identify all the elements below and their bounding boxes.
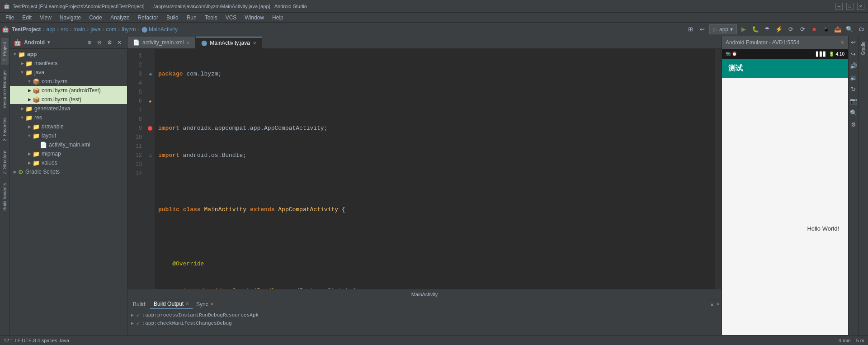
code-editor[interactable]: 1 2 3 4 5 6 7 8 9 10 11 12 13 14 ◀ [127, 49, 722, 289]
menu-code[interactable]: Code [85, 13, 106, 23]
bottom-close-button[interactable]: ✕ [716, 302, 720, 307]
gutter-1 [146, 52, 155, 61]
tab-project[interactable]: 1: Project [1, 38, 9, 65]
tree-item-activity-main[interactable]: ▶ 📄 activity_main.xml [10, 140, 127, 149]
run-button[interactable]: ▶ [739, 24, 749, 34]
layout-toggle-button[interactable]: ⊞ [686, 24, 696, 34]
toolbar-right: ⊞ ↩ ▷ app ▾ ▶ 🐛 ☂ ⚡ ⟳ ⟳ ■ 📱 📤 🔍 🗂 [686, 24, 866, 34]
right-tool-rotate[interactable]: ↻ [849, 85, 858, 93]
menu-file[interactable]: File [2, 13, 18, 23]
breakpoint-9[interactable] [148, 126, 152, 131]
status-bar: 12:1 LF UTF-8 4 spaces Java 4 min 5 m [0, 335, 868, 345]
scrollbar-area[interactable] [715, 49, 722, 289]
search-button[interactable]: 🔍 [844, 24, 854, 34]
tree-item-layout[interactable]: ▼ 📁 layout [10, 131, 127, 140]
panel-expand-button[interactable]: ⊕ [85, 38, 94, 47]
right-tool-2[interactable]: ↪ [849, 50, 858, 58]
stop-button[interactable]: ■ [809, 24, 819, 34]
tree-item-test[interactable]: ▶ 📦 com.lbyzm (test) [10, 95, 127, 104]
breadcrumb-mainactivity[interactable]: ⬤ MainActivity [142, 26, 178, 33]
java-folder-icon: 📁 [25, 69, 33, 76]
breadcrumb-main[interactable]: main [74, 26, 85, 33]
build-arrow-2[interactable]: ▶ [131, 321, 134, 326]
tab-activity-main-xml[interactable]: 📄 activity_main.xml ✕ [127, 37, 196, 48]
tab-build-variants[interactable]: Build Variants [1, 180, 9, 214]
menu-refactor[interactable]: Refactor [134, 13, 162, 23]
profile-button[interactable]: ⚡ [774, 24, 784, 34]
tree-item-gradle-scripts[interactable]: ▶ ⚙ Gradle Scripts [10, 167, 127, 176]
right-tool-volume-up[interactable]: 🔊 [849, 61, 858, 70]
menu-edit[interactable]: Edit [19, 13, 35, 23]
build-arrow-1[interactable]: ▶ [131, 312, 134, 318]
bottom-tab-build-output[interactable]: Build Output ✕ [150, 299, 193, 309]
menu-view[interactable]: View [36, 13, 55, 23]
tree-item-mipmap[interactable]: ▶ 📁 mipmap [10, 149, 127, 158]
tree-item-manifests[interactable]: ▶ 📁 manifests [10, 59, 127, 68]
tree-item-java[interactable]: ▼ 📁 java [10, 68, 127, 77]
right-tool-settings[interactable]: ⚙ [849, 120, 858, 128]
tree-item-app[interactable]: ▼ 📁 app [10, 50, 127, 59]
title-bar-controls[interactable]: ─ □ ✕ [835, 3, 864, 10]
maximize-button[interactable]: □ [846, 3, 854, 10]
tree-item-values[interactable]: ▶ 📁 values [10, 158, 127, 167]
bottom-tab-sync[interactable]: Sync ✕ [193, 299, 217, 309]
run-icon-6[interactable]: ◆ [149, 99, 151, 104]
sdk-button[interactable]: 📤 [833, 24, 843, 34]
menu-vcs[interactable]: VCS [222, 13, 241, 23]
tab-structure[interactable]: Z: Structure [1, 147, 9, 178]
close-java-tab[interactable]: ✕ [253, 41, 256, 46]
tree-item-generatedjava[interactable]: ▶ 📁 generatedJava [10, 104, 127, 113]
panel-close-button[interactable]: ✕ [115, 38, 123, 47]
emulator-close-button[interactable]: ✕ [840, 39, 844, 46]
bottom-tab-build[interactable]: Build: [129, 299, 150, 309]
debug-button[interactable]: 🐛 [750, 24, 760, 34]
panel-collapse-button[interactable]: ⊖ [95, 38, 104, 47]
right-tool-volume-down[interactable]: 🔉 [849, 73, 858, 81]
res-folder-icon: 📁 [25, 114, 33, 121]
panel-gear-button[interactable]: ⚙ [105, 38, 113, 47]
right-tool-camera[interactable]: 📷 [849, 97, 858, 105]
close-xml-tab[interactable]: ✕ [186, 40, 190, 45]
menu-navigate[interactable]: Navigate [56, 13, 85, 23]
coverage-button[interactable]: ☂ [762, 24, 772, 34]
avd-button[interactable]: 📱 [821, 24, 831, 34]
tree-item-drawable[interactable]: ▶ 📁 drawable [10, 122, 127, 131]
right-tool-1[interactable]: ↩ [849, 38, 858, 46]
bookmark-12[interactable]: ◻ [149, 153, 151, 158]
menu-help[interactable]: Help [269, 13, 287, 23]
close-button[interactable]: ✕ [857, 3, 864, 10]
breadcrumb-testproject[interactable]: TestProject [12, 26, 41, 33]
tab-resource-manager[interactable]: Resource Manager [1, 66, 9, 112]
gradle-side-tab[interactable]: Gradle [859, 38, 867, 59]
tab-mainactivity-java[interactable]: ⬤ MainActivity.java ✕ [196, 37, 262, 48]
breadcrumb-java[interactable]: java [91, 26, 101, 33]
panel-dropdown[interactable]: ▾ [47, 39, 50, 45]
back-button[interactable]: ↩ [698, 24, 708, 34]
breadcrumb-lbyzm[interactable]: lbyzm [122, 26, 136, 33]
settings-button[interactable]: 🗂 [856, 24, 866, 34]
tree-item-com-lbyzm[interactable]: ▼ 📦 com.lbyzm [10, 77, 127, 86]
apply-changes-button[interactable]: ⟳ [786, 24, 796, 34]
tree-item-res[interactable]: ▼ 📁 res [10, 113, 127, 122]
tree-item-androidtest[interactable]: ▶ 📦 com.lbyzm (androidTest) [10, 86, 127, 95]
bottom-up-button[interactable]: ▲ [710, 302, 714, 307]
menu-run[interactable]: Run [183, 13, 200, 23]
run-config-selector[interactable]: ▷ app ▾ [709, 24, 737, 34]
close-build-output-tab[interactable]: ✕ [185, 301, 189, 306]
breadcrumb-com[interactable]: com [106, 26, 117, 33]
menu-window[interactable]: Window [241, 13, 268, 23]
right-tool-zoom[interactable]: 🔍 [849, 109, 858, 117]
menu-tools[interactable]: Tools [201, 13, 221, 23]
breadcrumb-src[interactable]: src [61, 26, 68, 33]
notification-icons: 📷 ⏰ [726, 52, 737, 56]
close-sync-tab[interactable]: ✕ [210, 302, 214, 307]
minimize-button[interactable]: ─ [835, 3, 843, 10]
breadcrumb-app[interactable]: app [46, 26, 55, 33]
code-content[interactable]: package com.lbyzm; import androidx.appco… [155, 49, 715, 289]
fold-icon-3[interactable]: ◀ [149, 71, 151, 77]
sync-button[interactable]: ⟳ [797, 24, 807, 34]
gutter-10 [146, 133, 155, 142]
tab-favorites[interactable]: 2: Favorites [1, 114, 9, 145]
menu-analyze[interactable]: Analyze [107, 13, 133, 23]
menu-build[interactable]: Build [163, 13, 182, 23]
